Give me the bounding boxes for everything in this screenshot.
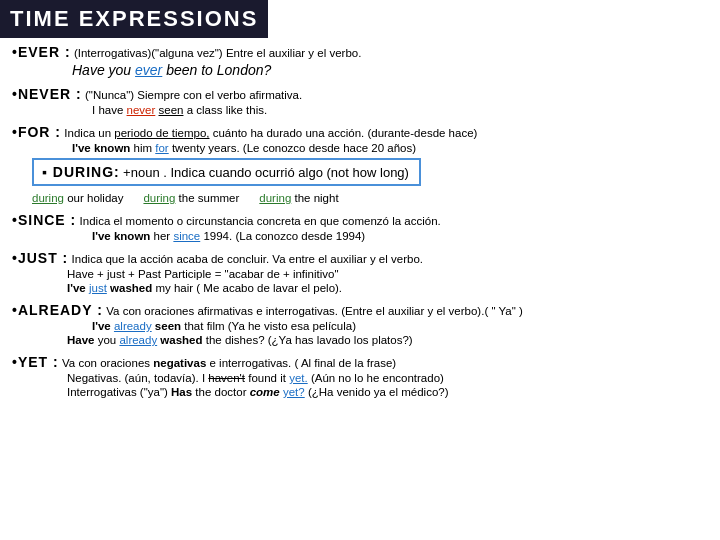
yet-bullet: •YET : bbox=[12, 354, 59, 370]
yet-neg-found: found it bbox=[245, 372, 289, 384]
during-ex1: during our holiday bbox=[32, 192, 123, 204]
just-heading: •JUST : Indica que la acción acaba de co… bbox=[12, 250, 708, 266]
already-desc: Va con oraciones afirmativas e interroga… bbox=[106, 305, 523, 317]
already-ex2-you: you bbox=[95, 334, 120, 346]
yet-int-label: Interrogativas ("ya") bbox=[67, 386, 171, 398]
since-desc: Indica el momento o circunstancia concre… bbox=[80, 215, 441, 227]
already-ex1-seen: seen that film (Ya he visto esa película… bbox=[152, 320, 356, 332]
since-bullet: •SINCE : bbox=[12, 212, 76, 228]
never-keyword: never bbox=[127, 104, 156, 116]
since-keyword: since bbox=[173, 230, 200, 242]
main-content: •EVER : (Interrogativas)("alguna vez") E… bbox=[0, 38, 720, 414]
header: TIME EXPRESSIONS bbox=[0, 0, 720, 38]
already-example1: I've already seen that film (Ya he visto… bbox=[92, 320, 708, 332]
section-never: •NEVER : ("Nunca") Siempre con el verbo … bbox=[12, 86, 708, 116]
yet-neg: Negativas. (aún, todavía). I haven't fou… bbox=[67, 372, 708, 384]
already-example2: Have you already washed the dishes? (¿Ya… bbox=[67, 334, 708, 346]
section-for: •FOR : Indica un periodo de tiempo, cuán… bbox=[12, 124, 708, 204]
section-since: •SINCE : Indica el momento o circunstanc… bbox=[12, 212, 708, 242]
already-ex1-ive: I've bbox=[92, 320, 111, 332]
yet-neg-label: Negativas. (aún, todavía). I bbox=[67, 372, 208, 384]
section-just: •JUST : Indica que la acción acaba de co… bbox=[12, 250, 708, 294]
for-bullet: •FOR : bbox=[12, 124, 61, 140]
for-example: I've known him for twenty years. (Le con… bbox=[72, 142, 708, 154]
ever-keyword: ever bbox=[135, 62, 162, 78]
during-examples: during our holiday during the summer dur… bbox=[32, 192, 708, 204]
since-ex-known: known her bbox=[111, 230, 174, 242]
just-bullet: •JUST : bbox=[12, 250, 68, 266]
ever-ex-have: Have you bbox=[72, 62, 135, 78]
yet-int-has: Has bbox=[171, 386, 192, 398]
during-ex3: during the night bbox=[259, 192, 338, 204]
already-heading: •ALREADY : Va con oraciones afirmativas … bbox=[12, 302, 708, 318]
since-ex-ive: I've bbox=[92, 230, 111, 242]
yet-keyword2: yet? bbox=[283, 386, 305, 398]
ever-bullet: •EVER : bbox=[12, 44, 71, 60]
just-keyword: just bbox=[89, 282, 107, 294]
just-ex-ive: I've bbox=[67, 282, 86, 294]
for-keyword: for bbox=[155, 142, 168, 154]
just-subdesc: Have + just + Past Participle = "acabar … bbox=[67, 268, 708, 280]
yet-int-the: the doctor bbox=[192, 386, 250, 398]
yet-int-come: come bbox=[250, 386, 280, 398]
just-example: I've just washed my hair ( Me acabo de l… bbox=[67, 282, 708, 294]
just-ex-rest: washed my hair ( Me acabo de lavar el pe… bbox=[107, 282, 342, 294]
page-title: TIME EXPRESSIONS bbox=[0, 0, 268, 38]
for-ex-rest: twenty years. (Le conozco desde hace 20 … bbox=[169, 142, 416, 154]
yet-int-trans: (¿Ha venido ya el médico?) bbox=[305, 386, 449, 398]
never-ex-seen: seen a class like this. bbox=[155, 104, 267, 116]
already-keyword2: already bbox=[119, 334, 157, 346]
during-box: ▪ DURING: +noun . Indica cuando ocurrió … bbox=[32, 158, 421, 186]
since-ex-rest: 1994. (La conozco desde 1994) bbox=[200, 230, 365, 242]
never-desc: ("Nunca") Siempre con el verbo afirmativ… bbox=[85, 89, 302, 101]
for-ex-known: known him bbox=[91, 142, 156, 154]
yet-desc: Va con oraciones negativas e interrogati… bbox=[62, 357, 396, 369]
already-ex2-rest: washed the dishes? (¿Ya has lavado los p… bbox=[157, 334, 413, 346]
already-ex2-have: Have bbox=[67, 334, 95, 346]
since-example: I've known her since 1994. (La conozco d… bbox=[92, 230, 708, 242]
ever-heading: •EVER : (Interrogativas)("alguna vez") E… bbox=[12, 44, 708, 60]
for-desc: Indica un periodo de tiempo, cuánto ha d… bbox=[64, 127, 477, 139]
just-desc: Indica que la acción acaba de concluir. … bbox=[72, 253, 423, 265]
already-bullet: •ALREADY : bbox=[12, 302, 103, 318]
for-heading: •FOR : Indica un periodo de tiempo, cuán… bbox=[12, 124, 708, 140]
for-ex-ive: I've bbox=[72, 142, 91, 154]
ever-ex-rest: been to London? bbox=[162, 62, 271, 78]
yet-havent: haven't bbox=[208, 372, 245, 384]
yet-heading: •YET : Va con oraciones negativas e inte… bbox=[12, 354, 708, 370]
section-ever: •EVER : (Interrogativas)("alguna vez") E… bbox=[12, 44, 708, 78]
section-yet: •YET : Va con oraciones negativas e inte… bbox=[12, 354, 708, 398]
never-example: I have never seen a class like this. bbox=[92, 104, 708, 116]
already-keyword1: already bbox=[114, 320, 152, 332]
ever-desc: (Interrogativas)("alguna vez") Entre el … bbox=[74, 47, 361, 59]
never-heading: •NEVER : ("Nunca") Siempre con el verbo … bbox=[12, 86, 708, 102]
never-bullet: •NEVER : bbox=[12, 86, 82, 102]
never-ex-i: I have bbox=[92, 104, 127, 116]
yet-keyword1: yet. bbox=[289, 372, 308, 384]
ever-example: Have you ever been to London? bbox=[72, 62, 708, 78]
yet-int: Interrogativas ("ya") Has the doctor com… bbox=[67, 386, 708, 398]
yet-neg-trans: (Aún no lo he encontrado) bbox=[308, 372, 444, 384]
section-already: •ALREADY : Va con oraciones afirmativas … bbox=[12, 302, 708, 346]
during-desc: +noun . Indica cuando ocurrió algo (not … bbox=[123, 165, 409, 180]
since-heading: •SINCE : Indica el momento o circunstanc… bbox=[12, 212, 708, 228]
during-title: ▪ DURING: bbox=[42, 164, 120, 180]
during-ex2: during the summer bbox=[143, 192, 239, 204]
